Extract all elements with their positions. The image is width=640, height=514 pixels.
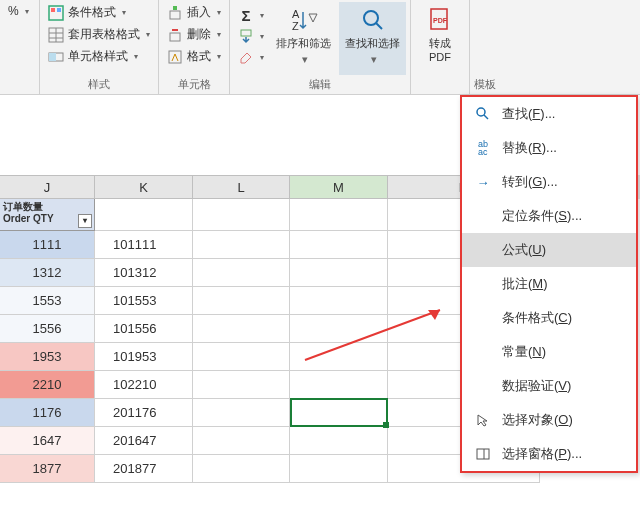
svg-line-18 [376,23,382,29]
cell-m[interactable] [290,371,388,399]
cell-order-qty[interactable]: 1553 [0,287,95,315]
cell-m[interactable] [290,315,388,343]
group-template: 模板 [470,0,500,94]
fill-down-icon [238,28,254,44]
sigma-icon: Σ [238,7,254,23]
cell-k[interactable]: 101556 [95,315,193,343]
cell-m[interactable] [290,455,388,483]
cell-m[interactable] [290,259,388,287]
sort-filter-button[interactable]: AZ 排序和筛选▾ [270,2,337,75]
cell-k[interactable]: 102210 [95,371,193,399]
cell-k[interactable]: 101111 [95,231,193,259]
pane-icon [474,445,492,463]
cell-m[interactable] [290,231,388,259]
header-order-qty[interactable]: 订单数量Order QTY ▾ [0,199,95,231]
menu-formulas[interactable]: 公式(U) [462,233,636,267]
cell-k[interactable]: 101312 [95,259,193,287]
cell-k[interactable]: 101553 [95,287,193,315]
col-header-l[interactable]: L [193,175,290,199]
group-label-template: 模板 [474,75,496,94]
svg-rect-9 [170,11,180,19]
menu-goto-special[interactable]: 定位条件(S)... [462,199,636,233]
group-label-styles: 样式 [44,75,154,94]
percent-button[interactable]: %▾ [4,2,33,20]
svg-text:A: A [292,8,300,20]
svg-text:Z: Z [292,20,299,32]
svg-rect-11 [170,33,180,41]
cell-m[interactable] [290,287,388,315]
svg-rect-2 [57,8,61,12]
sort-filter-icon: AZ [290,6,318,34]
cell-l[interactable] [193,315,290,343]
menu-replace[interactable]: abac替换(R)... [462,131,636,165]
search-icon [474,105,492,123]
cell-order-qty[interactable]: 1647 [0,427,95,455]
cell-l[interactable] [193,399,290,427]
svg-point-21 [477,108,485,116]
cell-order-qty[interactable]: 1556 [0,315,95,343]
menu-selection-pane[interactable]: 选择窗格(P)... [462,437,636,471]
find-select-button[interactable]: 查找和选择▾ [339,2,406,75]
cell-l[interactable] [193,427,290,455]
cell-m[interactable] [290,427,388,455]
col-header-m[interactable]: M [290,175,388,199]
magnifier-icon [359,6,387,34]
pdf-icon: PDF [426,6,454,34]
group-cells: 插入▾ 删除▾ 格式▾ 单元格 [159,0,230,94]
menu-data-validation[interactable]: 数据验证(V) [462,369,636,403]
cell-k[interactable]: 201176 [95,399,193,427]
format-button[interactable]: 格式▾ [163,46,225,67]
cell-m[interactable] [290,343,388,371]
svg-rect-8 [49,53,56,61]
cell-l[interactable] [193,343,290,371]
group-number: %▾ [0,0,40,94]
menu-cond-format[interactable]: 条件格式(C) [462,301,636,335]
insert-icon [167,5,183,21]
group-pdf: PDF 转成 PDF [411,0,470,94]
svg-rect-23 [477,449,489,459]
cell-order-qty[interactable]: 1877 [0,455,95,483]
conditional-format-button[interactable]: 条件格式▾ [44,2,154,23]
menu-comments[interactable]: 批注(M) [462,267,636,301]
find-select-menu: 查找(F)... abac替换(R)... →转到(G)... 定位条件(S).… [460,95,638,473]
table-format-button[interactable]: 套用表格格式▾ [44,24,154,45]
to-pdf-button[interactable]: PDF 转成 PDF [415,2,465,94]
menu-goto[interactable]: →转到(G)... [462,165,636,199]
cell-order-qty[interactable]: 2210 [0,371,95,399]
svg-rect-1 [51,8,55,12]
menu-constants[interactable]: 常量(N) [462,335,636,369]
group-label-cells: 单元格 [163,75,225,94]
svg-rect-10 [173,6,177,10]
cell-l[interactable] [193,287,290,315]
menu-select-objects[interactable]: 选择对象(O) [462,403,636,437]
cell-k[interactable]: 101953 [95,343,193,371]
ribbon: %▾ 条件格式▾ 套用表格格式▾ 单元格样式▾ 样式 插入▾ [0,0,640,95]
cell-l[interactable] [193,231,290,259]
clear-button[interactable]: ▾ [234,48,268,66]
insert-button[interactable]: 插入▾ [163,2,225,23]
cell-l[interactable] [193,371,290,399]
cell-m[interactable] [290,399,388,427]
filter-icon[interactable]: ▾ [78,214,92,228]
col-header-j[interactable]: J [0,175,95,199]
cell-k[interactable]: 201647 [95,427,193,455]
cell-k[interactable]: 201877 [95,455,193,483]
cell-l[interactable] [193,455,290,483]
autosum-button[interactable]: Σ▾ [234,6,268,24]
cell-style-icon [48,49,64,65]
cursor-icon [474,411,492,429]
delete-button[interactable]: 删除▾ [163,24,225,45]
cell-l[interactable] [193,259,290,287]
fill-button[interactable]: ▾ [234,27,268,45]
group-label-edit: 编辑 [234,75,406,94]
cell-order-qty[interactable]: 1111 [0,231,95,259]
table-format-icon [48,27,64,43]
svg-point-17 [364,11,378,25]
cell-order-qty[interactable]: 1953 [0,343,95,371]
menu-find[interactable]: 查找(F)... [462,97,636,131]
cell-style-button[interactable]: 单元格样式▾ [44,46,154,67]
col-header-k[interactable]: K [95,175,193,199]
cell-order-qty[interactable]: 1176 [0,399,95,427]
delete-icon [167,27,183,43]
cell-order-qty[interactable]: 1312 [0,259,95,287]
